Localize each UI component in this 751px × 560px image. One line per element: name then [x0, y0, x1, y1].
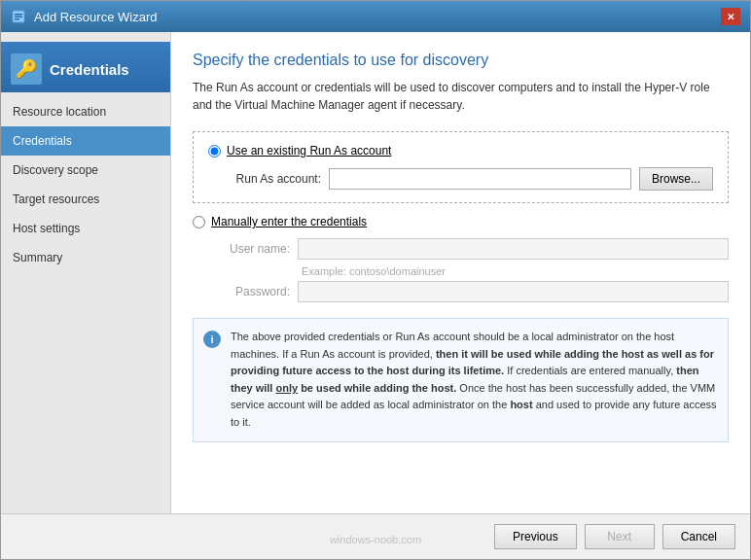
content-area: 🔑 Credentials Resource location Credenti…: [1, 32, 750, 513]
title-bar-left: Add Resource Wizard: [11, 9, 157, 24]
manual-label: Manually enter the credentials: [211, 215, 367, 228]
sidebar-nav: Resource location Credentials Discovery …: [1, 92, 170, 277]
sidebar-item-host-settings[interactable]: Host settings: [1, 214, 170, 243]
existing-account-label: Use an existing Run As account: [227, 144, 391, 158]
manual-option-group: Manually enter the credentials User name…: [193, 215, 729, 302]
info-icon: i: [203, 331, 221, 348]
info-text: The above provided credentials or Run As…: [231, 329, 718, 432]
sidebar-item-credentials[interactable]: Credentials: [1, 126, 170, 156]
footer: windows-noob.com Previous Next Cancel: [1, 513, 750, 559]
sidebar: 🔑 Credentials Resource location Credenti…: [1, 32, 171, 513]
username-row: User name:: [212, 238, 729, 260]
credentials-icon: 🔑: [11, 53, 42, 85]
main-content: Specify the credentials to use for disco…: [171, 32, 750, 513]
svg-rect-1: [15, 14, 22, 16]
password-label: Password:: [212, 285, 290, 298]
title-bar: Add Resource Wizard ✕: [1, 1, 750, 32]
info-box: i The above provided credentials or Run …: [193, 318, 729, 442]
cancel-button[interactable]: Cancel: [662, 524, 735, 549]
browse-button[interactable]: Browse...: [639, 167, 713, 191]
svg-rect-3: [15, 18, 19, 20]
wizard-icon: [11, 9, 26, 24]
username-input[interactable]: [298, 238, 729, 260]
manual-radio-label[interactable]: Manually enter the credentials: [193, 215, 729, 228]
manual-fields: User name: Example: contoso\domainuser P…: [193, 238, 729, 302]
username-placeholder: Example: contoso\domainuser: [212, 265, 729, 277]
run-as-label: Run As account:: [224, 172, 321, 186]
previous-button[interactable]: Previous: [494, 524, 577, 549]
svg-rect-2: [15, 17, 22, 18]
run-as-account-row: Run As account: Browse...: [208, 167, 713, 191]
password-input[interactable]: [298, 281, 729, 302]
sidebar-header: 🔑 Credentials: [1, 42, 170, 92]
sidebar-item-summary[interactable]: Summary: [1, 243, 170, 272]
main-title: Specify the credentials to use for disco…: [193, 52, 729, 69]
wizard-window: Add Resource Wizard ✕ 🔑 Credentials Reso…: [0, 0, 751, 560]
window-title: Add Resource Wizard: [34, 10, 157, 24]
next-button[interactable]: Next: [585, 524, 655, 549]
sidebar-item-resource-location[interactable]: Resource location: [1, 97, 170, 126]
password-row: Password:: [212, 281, 729, 302]
sidebar-title: Credentials: [50, 61, 129, 78]
manual-radio[interactable]: [193, 216, 205, 228]
existing-account-radio-label[interactable]: Use an existing Run As account: [208, 144, 713, 158]
title-bar-controls: ✕: [721, 8, 740, 25]
close-button[interactable]: ✕: [721, 8, 740, 25]
sidebar-item-target-resources[interactable]: Target resources: [1, 185, 170, 214]
watermark: windows-noob.com: [330, 534, 421, 545]
existing-account-radio[interactable]: [208, 145, 221, 158]
run-as-input[interactable]: [329, 168, 631, 190]
description-text: The Run As account or credentials will b…: [193, 79, 729, 114]
sidebar-item-discovery-scope[interactable]: Discovery scope: [1, 156, 170, 185]
existing-account-option-group: Use an existing Run As account Run As ac…: [193, 131, 729, 203]
username-label: User name:: [212, 242, 290, 256]
